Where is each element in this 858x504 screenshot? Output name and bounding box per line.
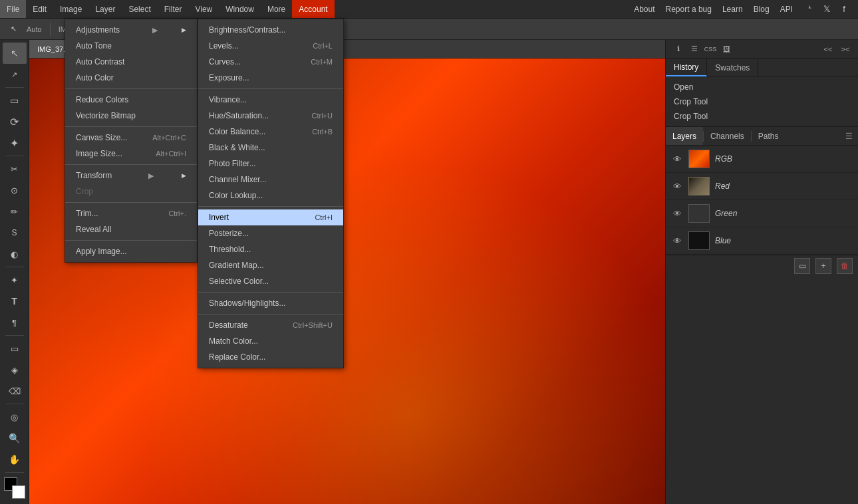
move-tool[interactable]: ↖ <box>3 43 27 64</box>
menu-item-black-white[interactable]: Black & White... <box>198 140 343 156</box>
menu-select[interactable]: Select <box>122 0 157 18</box>
menu-account[interactable]: Account <box>292 0 334 18</box>
menu-view[interactable]: View <box>188 0 219 18</box>
menu-item-gradient-map[interactable]: Gradient Map... <box>198 257 343 273</box>
marquee-tool[interactable]: ▭ <box>3 90 27 111</box>
menu-item-auto-tone[interactable]: Auto Tone <box>65 38 197 54</box>
menu-item-levels[interactable]: Levels... Ctrl+L <box>198 38 343 54</box>
api-link[interactable]: API <box>780 5 793 14</box>
menu-item-channel-mixer[interactable]: Channel Mixer... <box>198 172 343 188</box>
menu-item-curves[interactable]: Curves... Ctrl+M <box>198 54 343 70</box>
twitter-icon[interactable]: 𝕏 <box>821 3 833 15</box>
menu-edit[interactable]: Edit <box>26 0 53 18</box>
menu-item-color-balance[interactable]: Color Balance... Ctrl+B <box>198 124 343 140</box>
menu-item-hue-saturation[interactable]: Hue/Saturation... Ctrl+U <box>198 108 343 124</box>
arrow-tool[interactable]: ↗ <box>3 64 27 85</box>
magic-wand-tool[interactable]: ✦ <box>3 132 27 154</box>
tab-channels[interactable]: Channels <box>704 127 751 145</box>
eraser-tool[interactable]: ⌫ <box>3 380 27 402</box>
menu-item-brightness-contrast[interactable]: Brightness/Contrast... <box>198 22 343 38</box>
menu-window[interactable]: Window <box>219 0 261 18</box>
menu-item-match-color[interactable]: Match Color... <box>198 333 343 349</box>
menu-more[interactable]: More <box>261 0 292 18</box>
menu-item-invert[interactable]: Invert Ctrl+I <box>198 209 343 225</box>
menu-filter[interactable]: Filter <box>158 0 189 18</box>
move-tool-btn[interactable]: ↖ <box>5 21 21 37</box>
layer-visibility-green[interactable]: 👁 <box>671 207 683 219</box>
menu-item-posterize[interactable]: Posterize... <box>198 225 343 241</box>
layer-visibility-red[interactable]: 👁 <box>671 180 683 192</box>
brush-tool[interactable]: ✏ <box>3 201 27 222</box>
shape-tool[interactable]: ▭ <box>3 338 27 359</box>
menu-item-canvas-size[interactable]: Canvas Size... Alt+Ctrl+C <box>65 130 197 146</box>
layers-menu-icon[interactable]: ☰ <box>840 132 858 141</box>
blur-tool[interactable]: ◎ <box>3 406 27 428</box>
menu-item-replace-color[interactable]: Replace Color... <box>198 349 343 365</box>
report-bug-link[interactable]: Report a bug <box>666 5 712 14</box>
menu-item-reveal-all[interactable]: Reveal All <box>65 221 197 237</box>
menu-item-threshold[interactable]: Threshold... <box>198 241 343 257</box>
text-tool[interactable]: T <box>3 291 27 312</box>
stamp-tool[interactable]: S <box>3 222 27 243</box>
lasso-tool[interactable]: ⟳ <box>3 111 27 132</box>
history-item-open[interactable]: Open <box>666 80 858 94</box>
settings-icon[interactable]: ☰ <box>687 42 702 57</box>
new-layer-btn[interactable]: + <box>815 258 831 274</box>
facebook-icon[interactable]: f <box>838 3 850 15</box>
background-color[interactable] <box>12 485 25 499</box>
menu-image[interactable]: Image <box>53 0 88 18</box>
menu-item-vibrance[interactable]: Vibrance... <box>198 92 343 108</box>
menu-item-shadows-highlights[interactable]: Shadows/Highlights... <box>198 295 343 311</box>
info-icon[interactable]: ℹ <box>671 42 686 57</box>
dodge-tool[interactable]: ◐ <box>3 243 27 265</box>
layer-row-red[interactable]: 👁 Red <box>666 173 858 200</box>
menu-item-auto-contrast[interactable]: Auto Contrast <box>65 54 197 70</box>
history-item-crop1[interactable]: Crop Tool <box>666 94 858 109</box>
tab-paths[interactable]: Paths <box>752 127 786 145</box>
image-icon[interactable]: 🖼 <box>719 42 734 57</box>
menu-item-photo-filter[interactable]: Photo Filter... <box>198 156 343 172</box>
menu-item-transform[interactable]: Transform ▶ <box>65 168 197 184</box>
heal-tool[interactable]: ⊙ <box>3 180 27 201</box>
menu-layer[interactable]: Layer <box>88 0 122 18</box>
menu-item-exposure[interactable]: Exposure... <box>198 70 343 86</box>
menu-item-adjustments[interactable]: Adjustments ▶ <box>65 22 197 38</box>
layer-row-rgb[interactable]: 👁 RGB <box>666 146 858 173</box>
menu-item-apply-image[interactable]: Apply Image... <box>65 243 197 259</box>
history-item-crop2[interactable]: Crop Tool <box>666 109 858 124</box>
layer-row-blue[interactable]: 👁 Blue <box>666 227 858 255</box>
tab-layers[interactable]: Layers <box>666 127 703 145</box>
menu-item-trim[interactable]: Trim... Ctrl+. <box>65 205 197 221</box>
menu-item-image-size[interactable]: Image Size... Alt+Ctrl+I <box>65 146 197 162</box>
paragraph-tool[interactable]: ¶ <box>3 312 27 333</box>
layer-row-green[interactable]: 👁 Green <box>666 200 858 227</box>
collapse-left-icon[interactable]: << <box>821 42 835 57</box>
menu-item-color-lookup[interactable]: Color Lookup... <box>198 188 343 203</box>
menu-file[interactable]: File <box>0 0 26 18</box>
menu-item-desaturate[interactable]: Desaturate Ctrl+Shift+U <box>198 317 343 333</box>
topbar-right: About Report a bug Learn Blog API ᗮ 𝕏 f <box>634 3 858 15</box>
new-layer-group-btn[interactable]: ▭ <box>794 258 810 274</box>
learn-link[interactable]: Learn <box>722 5 743 14</box>
delete-layer-btn[interactable]: 🗑 <box>837 258 853 274</box>
hand-tool[interactable]: ✋ <box>3 449 27 470</box>
reddit-icon[interactable]: ᗮ <box>803 3 815 15</box>
css-icon[interactable]: CSS <box>703 42 718 57</box>
gradient-tool[interactable]: ◈ <box>3 359 27 380</box>
menu-item-auto-color[interactable]: Auto Color <box>65 70 197 86</box>
menu-item-selective-color[interactable]: Selective Color... <box>198 273 343 289</box>
about-link[interactable]: About <box>634 5 654 14</box>
adj-sep-2 <box>198 206 343 207</box>
layer-visibility-rgb[interactable]: 👁 <box>671 153 683 165</box>
menu-item-vectorize-bitmap[interactable]: Vectorize Bitmap <box>65 108 197 124</box>
menu-item-reduce-colors[interactable]: Reduce Colors <box>65 92 197 108</box>
zoom-tool[interactable]: 🔍 <box>3 428 27 449</box>
pen-tool[interactable]: ✦ <box>3 269 27 291</box>
tab-swatches[interactable]: Swatches <box>707 59 758 76</box>
blog-link[interactable]: Blog <box>754 5 770 14</box>
tab-history[interactable]: History <box>666 59 707 76</box>
collapse-right-icon[interactable]: >< <box>838 42 853 57</box>
crop-tool[interactable]: ✂ <box>3 158 27 180</box>
color-swatch[interactable] <box>4 477 25 499</box>
layer-visibility-blue[interactable]: 👁 <box>671 235 683 247</box>
